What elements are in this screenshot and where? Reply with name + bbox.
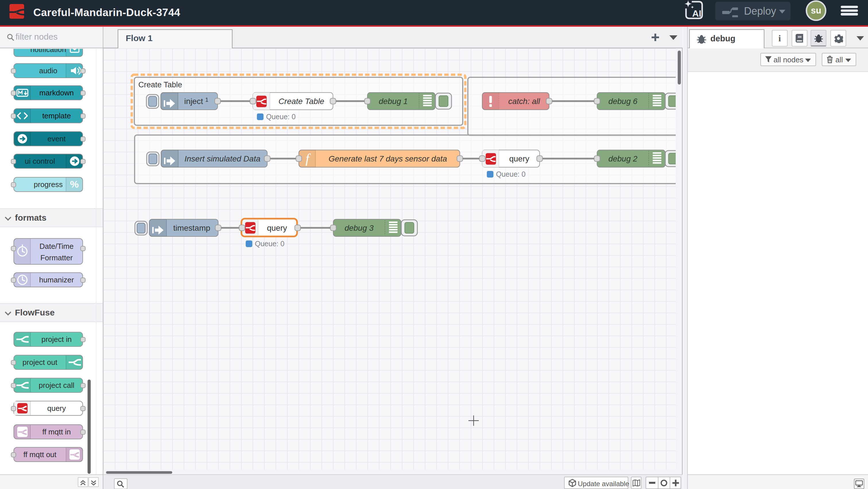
svg-text:Create Table: Create Table <box>138 81 182 89</box>
svg-text:AI: AI <box>692 8 701 19</box>
svg-text:query: query <box>267 224 287 232</box>
svg-text:debug 1: debug 1 <box>379 97 408 106</box>
svg-text:timestamp: timestamp <box>173 224 210 232</box>
svg-text:Queue: 0: Queue: 0 <box>255 240 284 248</box>
svg-text:inject 1: inject 1 <box>184 96 208 106</box>
svg-text:query: query <box>509 154 529 163</box>
svg-text:debug 3: debug 3 <box>344 224 374 232</box>
svg-text:Create Table: Create Table <box>278 97 324 106</box>
svg-text:Queue: 0: Queue: 0 <box>496 170 526 178</box>
svg-text:Queue: 0: Queue: 0 <box>266 113 296 121</box>
svg-text:debug 6: debug 6 <box>608 97 638 106</box>
svg-text:Insert simulated Data: Insert simulated Data <box>185 154 260 163</box>
svg-text:debug 2: debug 2 <box>608 154 638 163</box>
svg-text:Generate last 7 days sensor da: Generate last 7 days sensor data <box>329 154 447 163</box>
svg-text:catch: all: catch: all <box>508 97 540 106</box>
